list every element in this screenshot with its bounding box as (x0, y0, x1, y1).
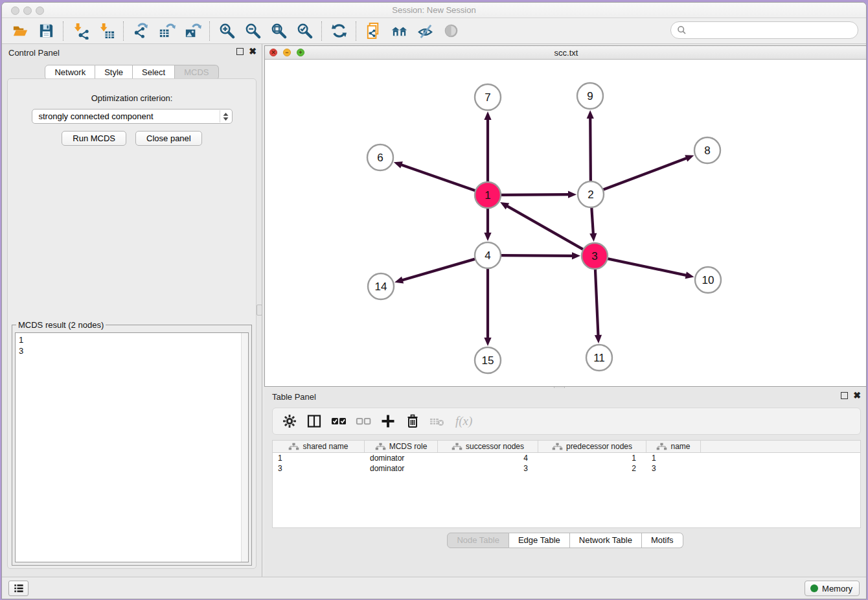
result-scrollbar[interactable] (241, 333, 248, 562)
table-cell: 3 (646, 463, 701, 474)
network-view-window: ✕ − + scc.txt 7968124314101511 (264, 45, 867, 387)
graph-node-label: 1 (485, 189, 490, 202)
table-header-row: shared nameMCDS rolesuccessor nodesprede… (273, 441, 860, 453)
duplicate-network-icon[interactable] (360, 21, 386, 41)
add-column-icon[interactable] (378, 411, 398, 432)
float-panel-icon[interactable] (236, 48, 244, 55)
delete-table-icon (427, 411, 448, 432)
tab-edge-table[interactable]: Edge Table (509, 533, 570, 548)
memory-button[interactable]: Memory (805, 581, 860, 596)
first-neighbors-icon[interactable] (386, 21, 412, 41)
close-panel-button[interactable]: Close panel (135, 131, 202, 146)
table-cell: dominator (365, 453, 438, 463)
task-history-button[interactable] (8, 581, 29, 596)
run-mcds-button[interactable]: Run MCDS (62, 131, 126, 146)
export-image-icon[interactable] (179, 21, 205, 41)
criterion-dropdown[interactable]: strongly connected component (32, 109, 233, 124)
search-field[interactable] (670, 21, 858, 39)
control-panel-title: Control Panel (8, 48, 60, 58)
graph-node-label: 6 (377, 152, 383, 164)
tab-node-table[interactable]: Node Table (447, 533, 509, 548)
deselect-all-checkboxes-icon[interactable] (353, 411, 374, 432)
graph-edge-1-6[interactable] (400, 165, 475, 191)
edge-arrowhead (595, 335, 602, 343)
table-panel-title: Table Panel (272, 392, 316, 402)
export-table-icon[interactable] (154, 21, 179, 41)
split-view-icon[interactable] (304, 411, 325, 432)
column-header-predecessor-nodes[interactable]: predecessor nodes (538, 441, 646, 452)
hierarchy-icon (288, 443, 299, 450)
close-table-panel-icon[interactable]: ✖ (853, 391, 861, 400)
edge-arrowhead (484, 111, 491, 120)
search-input[interactable] (687, 23, 858, 38)
tab-network-table[interactable]: Network Table (570, 533, 642, 548)
edge-arrowhead (568, 191, 577, 198)
import-table-icon[interactable] (93, 21, 119, 41)
float-table-panel-icon[interactable] (841, 392, 848, 399)
graph-node-label: 3 (591, 250, 597, 262)
memory-status-icon (810, 584, 818, 592)
graph-edge-3-1[interactable] (506, 205, 583, 249)
refresh-icon[interactable] (326, 21, 352, 41)
table-body: 1dominator4113dominator323 (273, 453, 860, 474)
mcds-result-title: MCDS result (2 nodes) (16, 320, 106, 330)
titlebar: Session: New Session (2, 3, 866, 18)
toolbar-separator (209, 21, 210, 41)
save-session-icon[interactable] (33, 21, 59, 41)
column-header-MCDS-role[interactable]: MCDS role (365, 441, 438, 452)
graph-edge-3-11[interactable] (595, 270, 599, 337)
graph-edge-3-10[interactable] (608, 259, 688, 275)
table-row[interactable]: 1dominator411 (273, 453, 860, 463)
toolbar-separator (63, 21, 63, 41)
result-node-id: 1 (19, 334, 245, 345)
export-network-icon[interactable] (128, 21, 154, 41)
result-node-id: 3 (19, 345, 245, 356)
vertical-splitter-handle[interactable] (257, 305, 262, 316)
table-row[interactable]: 3dominator323 (273, 463, 860, 474)
network-window-titlebar: ✕ − + scc.txt (265, 46, 867, 60)
graph-edge-2-3[interactable] (591, 208, 593, 235)
zoom-fit-icon[interactable] (266, 21, 291, 41)
criterion-dropdown-value: strongly connected component (39, 111, 154, 121)
graph-canvas[interactable]: 7968124314101511 (265, 60, 867, 386)
table-cell: 3 (273, 463, 365, 474)
column-header-name[interactable]: name (646, 441, 701, 452)
zoom-out-icon[interactable] (240, 21, 266, 41)
window-title: Session: New Session (2, 5, 866, 15)
edge-arrowhead (484, 338, 491, 346)
graph-node-label: 9 (587, 90, 593, 102)
edge-arrowhead (587, 110, 594, 119)
table-tabs: Node TableEdge TableNetwork TableMotifs (264, 533, 866, 548)
graph-edge-2-9[interactable] (590, 117, 591, 181)
mcds-tab-content: Optimization criterion: strongly connect… (7, 78, 257, 569)
edge-arrowhead (572, 252, 580, 259)
hide-selected-icon[interactable] (412, 21, 438, 41)
graph-edge-1-2[interactable] (501, 194, 570, 195)
graph-edge-4-14[interactable] (401, 259, 475, 281)
graph-edge-4-3[interactable] (501, 255, 574, 256)
tab-motifs[interactable]: Motifs (642, 533, 683, 548)
optimization-criterion-label: Optimization criterion: (8, 93, 256, 103)
select-all-checkboxes-icon[interactable] (328, 411, 349, 432)
gear-icon[interactable] (279, 411, 300, 432)
hierarchy-icon (552, 443, 563, 450)
edge-arrowhead (685, 155, 694, 161)
zoom-selected-icon[interactable] (291, 21, 317, 41)
list-icon (12, 582, 25, 595)
hierarchy-icon (451, 443, 463, 450)
open-file-icon[interactable] (7, 21, 33, 41)
table-cell: 1 (273, 453, 365, 463)
mcds-result-list[interactable]: 13 (15, 332, 249, 562)
toolbar-separator (321, 21, 322, 41)
chevron-updown-icon (220, 110, 231, 122)
close-panel-icon[interactable]: ✖ (249, 47, 257, 56)
zoom-in-icon[interactable] (214, 21, 240, 41)
import-network-icon[interactable] (67, 21, 93, 41)
delete-column-icon[interactable] (402, 411, 423, 432)
column-header-successor-nodes[interactable]: successor nodes (438, 441, 538, 452)
edge-arrowhead (394, 277, 404, 284)
table-cell: 2 (538, 463, 646, 474)
edge-arrowhead (589, 233, 597, 242)
graph-edge-2-8[interactable] (604, 157, 688, 189)
column-header-shared-name[interactable]: shared name (273, 441, 365, 452)
